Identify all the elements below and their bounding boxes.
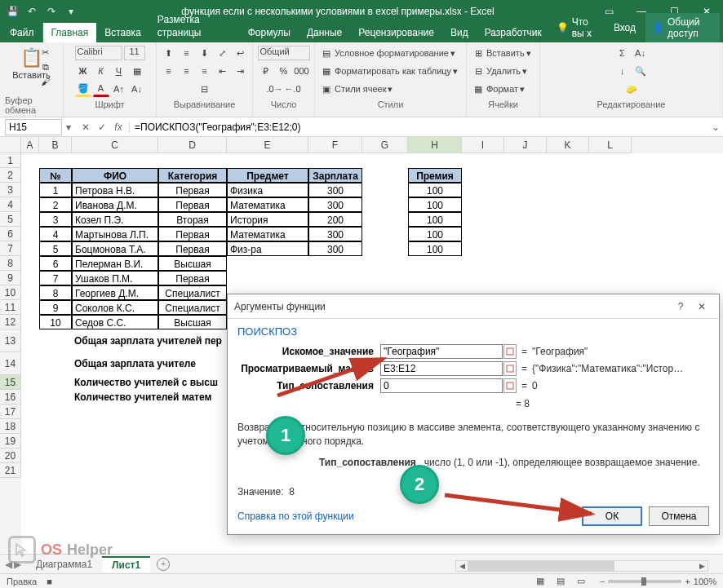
cell[interactable]: Боцмонова Т.А. xyxy=(72,241,158,256)
merge-icon[interactable]: ⊟ xyxy=(197,81,213,97)
font-color-icon[interactable]: A xyxy=(93,81,109,97)
orientation-icon[interactable]: ⤢ xyxy=(215,45,231,61)
delete-cells-button[interactable]: ⊟ Удалить ▾ xyxy=(472,62,527,80)
tell-me[interactable]: 💡 Что вы х xyxy=(550,13,604,42)
col-header[interactable]: D xyxy=(158,137,227,153)
cell[interactable]: № xyxy=(39,168,72,183)
cell[interactable]: 100 xyxy=(408,241,462,256)
row-header[interactable]: 1 xyxy=(0,153,21,168)
tab-insert[interactable]: Вставка xyxy=(96,23,149,42)
col-header[interactable]: I xyxy=(462,137,504,153)
page-break-view-icon[interactable]: ▭ xyxy=(572,576,590,586)
cell[interactable]: 10 xyxy=(39,315,72,329)
insert-cells-button[interactable]: ⊞ Вставить ▾ xyxy=(472,44,531,62)
new-sheet-icon[interactable]: + xyxy=(157,558,170,571)
autosum-icon[interactable]: Σ xyxy=(614,45,631,61)
cell[interactable]: Предмет xyxy=(227,168,308,183)
row-header[interactable]: 9 xyxy=(0,271,21,285)
formula-expand-icon[interactable]: ⌄ xyxy=(708,122,723,133)
save-icon[interactable]: 💾 xyxy=(3,2,21,20)
cell[interactable]: Категория xyxy=(158,168,227,183)
cell[interactable]: Первая xyxy=(158,227,227,241)
col-header[interactable]: E xyxy=(227,137,308,153)
cell[interactable]: Седов С.С. xyxy=(72,315,158,329)
align-top-icon[interactable]: ⬆ xyxy=(161,45,177,61)
zoom-in-icon[interactable]: + xyxy=(685,577,690,586)
cell[interactable]: Высшая xyxy=(158,315,227,329)
cell[interactable]: Премия xyxy=(408,168,462,183)
name-box[interactable] xyxy=(5,119,62,135)
cell[interactable]: ФИО xyxy=(72,168,158,183)
percent-icon[interactable]: % xyxy=(276,63,292,79)
cell[interactable]: Мартынова Л.П. xyxy=(72,227,158,241)
range-picker-icon[interactable] xyxy=(503,361,517,376)
row-header[interactable]: 4 xyxy=(0,197,21,212)
conditional-formatting-button[interactable]: ▤ Условное форматирование ▾ xyxy=(320,44,455,62)
qat-more-icon[interactable]: ▾ xyxy=(62,2,80,20)
cell[interactable]: Петрова Н.В. xyxy=(72,183,158,197)
cell[interactable]: Иванова Д.М. xyxy=(72,197,158,212)
tab-page-layout[interactable]: Разметка страницы xyxy=(149,10,240,42)
name-box-dropdown-icon[interactable]: ▾ xyxy=(62,122,75,133)
col-header[interactable]: L xyxy=(589,137,632,153)
format-cells-button[interactable]: ▦ Формат ▾ xyxy=(472,80,525,98)
col-header[interactable]: B xyxy=(39,137,72,153)
cell[interactable]: Вторая xyxy=(158,212,227,227)
cell[interactable]: Первая xyxy=(158,241,227,256)
select-all-triangle[interactable] xyxy=(0,137,21,153)
col-header[interactable]: J xyxy=(504,137,547,153)
align-left-icon[interactable]: ≡ xyxy=(161,63,177,79)
page-layout-view-icon[interactable]: ▤ xyxy=(552,576,570,586)
enter-formula-icon[interactable]: ✓ xyxy=(95,122,109,133)
cell[interactable]: Соколов К.С. xyxy=(72,300,158,315)
column-headers[interactable]: ABCDEFGHIJKL xyxy=(21,137,723,153)
cell[interactable]: 2 xyxy=(39,197,72,212)
cell[interactable]: 8 xyxy=(39,285,72,300)
tab-developer[interactable]: Разработчик xyxy=(477,23,550,42)
normal-view-icon[interactable]: ▦ xyxy=(531,576,549,586)
tab-review[interactable]: Рецензирование xyxy=(350,23,442,42)
redo-icon[interactable]: ↷ xyxy=(42,2,60,20)
sign-in[interactable]: Вход xyxy=(607,19,642,37)
cell[interactable]: 100 xyxy=(408,183,462,197)
dialog-help-icon[interactable]: ? xyxy=(670,301,691,312)
col-header[interactable]: H xyxy=(408,137,462,153)
zoom-level[interactable]: 100% xyxy=(694,577,716,586)
decrease-indent-icon[interactable]: ⇤ xyxy=(215,63,231,79)
cell[interactable]: Первая xyxy=(158,197,227,212)
format-painter-icon[interactable]: 🖌 xyxy=(39,75,52,88)
col-header[interactable]: A xyxy=(21,137,39,153)
col-header[interactable]: F xyxy=(308,137,362,153)
cell-styles-button[interactable]: ▣ Стили ячеек ▾ xyxy=(320,80,393,98)
row-header[interactable]: 13 xyxy=(0,329,21,352)
col-header[interactable]: G xyxy=(362,137,408,153)
align-center-icon[interactable]: ≡ xyxy=(179,63,195,79)
tab-formulas[interactable]: Формулы xyxy=(240,23,299,42)
italic-icon[interactable]: К xyxy=(93,63,109,79)
formula-bar[interactable] xyxy=(129,122,708,133)
row-header[interactable]: 11 xyxy=(0,300,21,315)
row-header[interactable]: 19 xyxy=(0,434,21,449)
share-button[interactable]: 👤 Общий доступ xyxy=(645,13,720,42)
tab-file[interactable]: Файл xyxy=(2,23,43,42)
cell[interactable]: Специалист xyxy=(158,300,227,315)
cell[interactable]: 300 xyxy=(308,197,362,212)
cell[interactable]: История xyxy=(227,212,308,227)
macro-record-icon[interactable]: ■ xyxy=(47,577,52,586)
row-header[interactable]: 17 xyxy=(0,405,21,419)
cell[interactable]: Георгиев Д.М. xyxy=(72,285,158,300)
cut-icon[interactable]: ✂ xyxy=(39,46,52,59)
cell[interactable]: Зарплата xyxy=(308,168,362,183)
row-header[interactable]: 15 xyxy=(0,375,21,390)
row-header[interactable]: 8 xyxy=(0,256,21,271)
increase-decimal-icon[interactable]: .0→ xyxy=(267,81,283,97)
row-header[interactable]: 2 xyxy=(0,168,21,183)
sort-filter-icon[interactable]: A↓ xyxy=(632,45,649,61)
cell[interactable]: Физика xyxy=(227,183,308,197)
zoom-slider[interactable] xyxy=(608,580,681,583)
cell[interactable]: 100 xyxy=(408,197,462,212)
tab-data[interactable]: Данные xyxy=(299,23,350,42)
clear-icon[interactable]: 🧽 xyxy=(623,81,640,97)
align-bottom-icon[interactable]: ⬇ xyxy=(197,45,213,61)
dialog-titlebar[interactable]: Аргументы функции ? ✕ xyxy=(228,294,719,319)
